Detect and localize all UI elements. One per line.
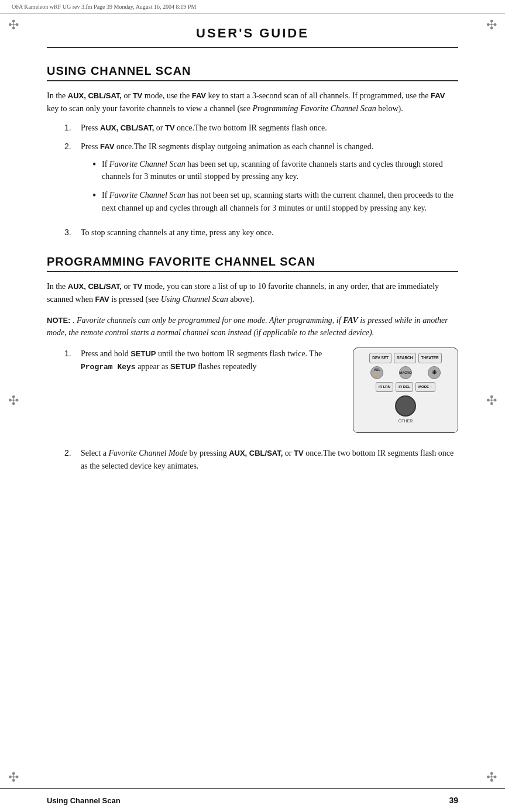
step1-text: Press AUX, CBL/SAT, or TV once.The two b…: [81, 122, 458, 135]
step-3: 3. To stop scanning channels at any time…: [64, 226, 458, 239]
section1-intro: In the AUX, CBL/SAT, or TV mode, use the…: [47, 90, 458, 115]
footer: Using Channel Scan 39: [0, 788, 505, 812]
compass-mr: ✣: [486, 393, 497, 408]
step3-text: To stop scanning channels at any time, p…: [81, 226, 458, 239]
section2-intro: In the AUX, CBL/SAT, or TV mode, you can…: [47, 280, 458, 305]
bullet-list: • If Favorite Channel Scan has been set …: [92, 158, 458, 215]
section2-step2: 2. Select a Favorite Channel Mode by pre…: [64, 447, 458, 472]
compass-ml: ✣: [8, 393, 19, 408]
remote-irdel-btn: IR DEL: [396, 382, 413, 392]
section2-step1-num: 1.: [64, 347, 81, 441]
compass-tr: ✣: [486, 18, 497, 33]
page-title: User's Guide: [47, 26, 458, 48]
sun-group: ✳: [428, 366, 441, 379]
note-body: . Favorite channels can only be programm…: [73, 316, 343, 325]
top-bar: OFA Kameleon wRF UG rev 3.fm Page 39 Mon…: [0, 0, 505, 14]
section2-step2-text: Select a Favorite Channel Mode by pressi…: [81, 447, 458, 472]
compass-bl: ✣: [8, 770, 19, 785]
section1-steps: 1. Press AUX, CBL/SAT, or TV once.The tw…: [64, 122, 458, 239]
macro-group: MACRO: [399, 366, 412, 379]
bullet-1: • If Favorite Channel Scan has been set …: [92, 158, 458, 183]
remote-row-3: IR LRN IR DEL MODE→: [358, 382, 453, 392]
step1-num: 1.: [64, 122, 81, 135]
top-bar-text: OFA Kameleon wRF UG rev 3.fm Page 39 Mon…: [12, 4, 196, 10]
step3-num: 3.: [64, 226, 81, 239]
step-2: 2. Press FAV once.The IR segments displa…: [64, 140, 458, 220]
step-1: 1. Press AUX, CBL/SAT, or TV once.The tw…: [64, 122, 458, 135]
page: OFA Kameleon wRF UG rev 3.fm Page 39 Mon…: [0, 0, 505, 812]
remote-btn-devset: DEV SET: [369, 353, 391, 363]
remote-diagram: DEV SET SEARCH THEATER VOL🔒: [353, 347, 458, 433]
step1-image-col: DEV SET SEARCH THEATER VOL🔒: [353, 347, 458, 433]
step1-text-col: Press and hold SETUP until the two botto…: [81, 347, 341, 373]
step1-with-image: Press and hold SETUP until the two botto…: [81, 347, 458, 433]
note-label: NOTE:: [47, 316, 70, 325]
section1-heading: USING CHANNEL SCAN: [47, 64, 458, 81]
step2-num: 2.: [64, 140, 81, 220]
note-text: NOTE: . Favorite channels can only be pr…: [47, 314, 458, 339]
vol-group: VOL🔒: [370, 366, 383, 379]
footer-left: Using Channel Scan: [47, 796, 121, 805]
bullet-1-text: If Favorite Channel Scan has been set up…: [102, 158, 458, 183]
footer-right: 39: [449, 796, 458, 805]
remote-row-1: DEV SET SEARCH THEATER: [358, 353, 453, 363]
main-content: User's Guide USING CHANNEL SCAN In the A…: [0, 14, 505, 514]
remote-sun-btn: ✳: [428, 366, 441, 379]
remote-vol-btn: VOL🔒: [370, 366, 383, 379]
note-block: NOTE: . Favorite channels can only be pr…: [47, 314, 458, 339]
remote-macro-btn: MACRO: [399, 366, 412, 379]
section-programming: PROGRAMMING FAVORITE CHANNEL SCAN In the…: [47, 255, 458, 472]
bullet-dot-2: •: [92, 189, 102, 214]
step2-content: Press FAV once.The IR segments display o…: [81, 140, 458, 220]
remote-row-4: OTHER: [358, 395, 453, 425]
remote-btn-theater: THEATER: [418, 353, 442, 363]
remote-other-group: OTHER: [395, 395, 416, 425]
remote-other-circle: [395, 395, 416, 417]
remote-btn-search: SEARCH: [394, 353, 415, 363]
section2-step1: 1. Press and hold SETUP until the two bo…: [64, 347, 458, 441]
remote-irlrn-btn: IR LRN: [376, 382, 393, 392]
remote-mode-btn: MODE→: [415, 382, 435, 392]
bullet-2: • If Favorite Channel Scan has not been …: [92, 189, 458, 214]
section2-steps: 1. Press and hold SETUP until the two bo…: [64, 347, 458, 473]
section2-step2-num: 2.: [64, 447, 81, 472]
section2-step1-content: Press and hold SETUP until the two botto…: [81, 347, 458, 441]
section-using-channel-scan: USING CHANNEL SCAN In the AUX, CBL/SAT, …: [47, 64, 458, 239]
remote-other-label: OTHER: [398, 418, 413, 425]
remote-row-2: VOL🔒 MACRO ✳: [358, 366, 453, 379]
bullet-dot-1: •: [92, 158, 102, 183]
section2-heading: PROGRAMMING FAVORITE CHANNEL SCAN: [47, 255, 458, 272]
bullet-2-text: If Favorite Channel Scan has not been se…: [102, 189, 458, 214]
compass-br: ✣: [486, 770, 497, 785]
compass-tl: ✣: [8, 18, 19, 33]
